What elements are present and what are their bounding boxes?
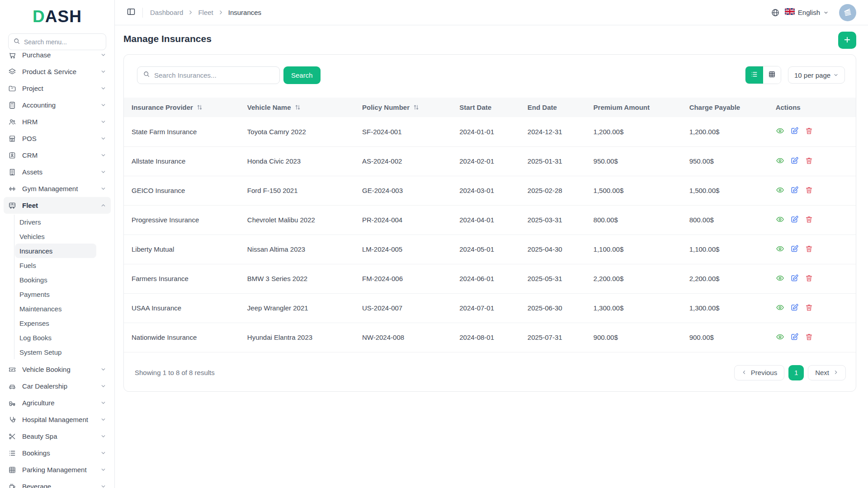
view-button[interactable] [776, 274, 784, 282]
column-header-vehicle-name[interactable]: Vehicle Name [240, 98, 354, 117]
view-button[interactable] [776, 333, 784, 341]
sort-icon[interactable] [413, 104, 420, 111]
sidebar-item-crm[interactable]: CRM [4, 147, 111, 164]
sidebar-item-bookings[interactable]: Bookings [15, 272, 96, 287]
insurances-card: Search 10 per page [123, 54, 856, 392]
edit-button[interactable] [790, 186, 799, 194]
cell-provider: GEICO Insurance [124, 176, 240, 205]
cell-policy: GE-2024-003 [354, 176, 452, 205]
scissors-icon [8, 432, 16, 441]
cell-actions [768, 146, 856, 176]
list-view-button[interactable] [745, 66, 763, 84]
sidebar-item-purchase[interactable]: Purchase [4, 53, 111, 63]
edit-button[interactable] [790, 127, 799, 135]
cell-start: 2024-06-01 [452, 264, 520, 293]
sidebar-item-beauty-spa[interactable]: Beauty Spa [4, 428, 111, 445]
column-header-policy-number[interactable]: Policy Number [354, 98, 452, 117]
delete-button[interactable] [805, 333, 813, 341]
sidebar-item-fleet[interactable]: Fleet [4, 197, 111, 214]
view-button[interactable] [776, 156, 784, 165]
edit-button[interactable] [790, 244, 799, 253]
next-page-button[interactable]: Next [808, 365, 846, 380]
sidebar-item-assets[interactable]: Assets [4, 164, 111, 180]
cell-premium: 900.00$ [586, 323, 682, 352]
sidebar-item-pos[interactable]: POS [4, 130, 111, 147]
view-button[interactable] [776, 186, 784, 194]
view-button[interactable] [776, 127, 784, 135]
delete-button[interactable] [805, 303, 813, 312]
delete-button[interactable] [805, 215, 813, 224]
sort-icon[interactable] [196, 104, 203, 111]
delete-button[interactable] [805, 156, 813, 165]
toolbar-right: 10 per page [745, 66, 845, 84]
delete-button[interactable] [805, 274, 813, 282]
delete-button[interactable] [805, 244, 813, 253]
breadcrumb-fleet[interactable]: Fleet [198, 9, 213, 16]
cell-actions [768, 264, 856, 293]
cell-charge: 800.00$ [682, 205, 768, 235]
sidebar-item-bookings[interactable]: Bookings [4, 445, 111, 461]
sort-icon[interactable] [294, 104, 301, 111]
sidebar-item-vehicle-booking[interactable]: Vehicle Booking [4, 361, 111, 378]
cell-vehicle: Chevrolet Malibu 2022 [240, 205, 354, 235]
per-page-value: 10 per page [794, 71, 830, 79]
sidebar-item-hospital-management[interactable]: Hospital Management [4, 411, 111, 428]
chevron-down-icon [100, 119, 106, 125]
view-button[interactable] [776, 215, 784, 224]
sidebar-item-hrm[interactable]: HRM [4, 113, 111, 130]
sidebar-item-product-service[interactable]: Product & Service [4, 63, 111, 80]
edit-icon [790, 244, 799, 253]
sidebar-item-project[interactable]: Project [4, 80, 111, 97]
view-button[interactable] [776, 303, 784, 312]
column-header-insurance-provider[interactable]: Insurance Provider [124, 98, 240, 117]
breadcrumb-dashboard[interactable]: Dashboard [150, 9, 183, 16]
app-window: DASH PurchaseProduct & ServiceProjectAcc… [0, 0, 868, 488]
users-icon [8, 118, 16, 126]
insurance-search-input[interactable] [154, 71, 274, 79]
edit-button[interactable] [790, 303, 799, 312]
add-insurance-button[interactable] [838, 32, 856, 49]
sidebar-item-beverage[interactable]: Beverage [4, 478, 111, 488]
column-header-end-date: End Date [520, 98, 586, 117]
sidebar-item-fuels[interactable]: Fuels [15, 258, 96, 272]
sidebar-item-expenses[interactable]: Expenses [15, 316, 96, 330]
sidebar-item-agriculture[interactable]: Agriculture [4, 394, 111, 411]
search-button[interactable]: Search [283, 66, 321, 84]
delete-button[interactable] [805, 127, 813, 135]
page-1-button[interactable]: 1 [788, 365, 804, 380]
sidebar-item-payments[interactable]: Payments [15, 287, 96, 301]
sidebar-toggle-button[interactable] [124, 6, 138, 19]
sidebar-item-drivers[interactable]: Drivers [15, 215, 96, 229]
chevron-down-icon [100, 400, 106, 406]
edit-button[interactable] [790, 274, 799, 282]
edit-button[interactable] [790, 156, 799, 165]
chevron-down-icon [100, 467, 106, 473]
previous-page-button[interactable]: Previous [734, 365, 784, 380]
sidebar-item-parking-management[interactable]: Parking Management [4, 461, 111, 478]
cell-start: 2024-04-01 [452, 205, 520, 235]
per-page-select[interactable]: 10 per page [788, 66, 845, 84]
grid-view-button[interactable] [763, 66, 781, 84]
search-icon [13, 38, 20, 47]
sidebar-item-insurances[interactable]: Insurances [15, 244, 96, 258]
sidebar-item-vehicles[interactable]: Vehicles [15, 229, 96, 244]
chevron-down-icon [100, 383, 106, 389]
chevron-down-icon [100, 433, 106, 439]
view-button[interactable] [776, 244, 784, 253]
logo-rest: ASH [45, 7, 82, 26]
sidebar-item-gym-management[interactable]: Gym Management [4, 180, 111, 197]
sidebar-search-input[interactable] [24, 38, 101, 46]
sidebar-item-car-dealership[interactable]: Car Dealership [4, 378, 111, 394]
sidebar-item-accounting[interactable]: Accounting [4, 97, 111, 113]
edit-button[interactable] [790, 333, 799, 341]
globe-icon[interactable] [771, 8, 780, 17]
delete-button[interactable] [805, 186, 813, 194]
sidebar-item-log-books[interactable]: Log Books [15, 330, 96, 345]
cell-end: 2025-01-31 [520, 146, 586, 176]
sidebar-item-system-setup[interactable]: System Setup [15, 345, 96, 359]
avatar[interactable] [839, 4, 856, 21]
language-selector[interactable]: English [785, 8, 829, 17]
edit-button[interactable] [790, 215, 799, 224]
chevron-down-icon [100, 53, 106, 58]
sidebar-item-maintenances[interactable]: Maintenances [15, 301, 96, 316]
